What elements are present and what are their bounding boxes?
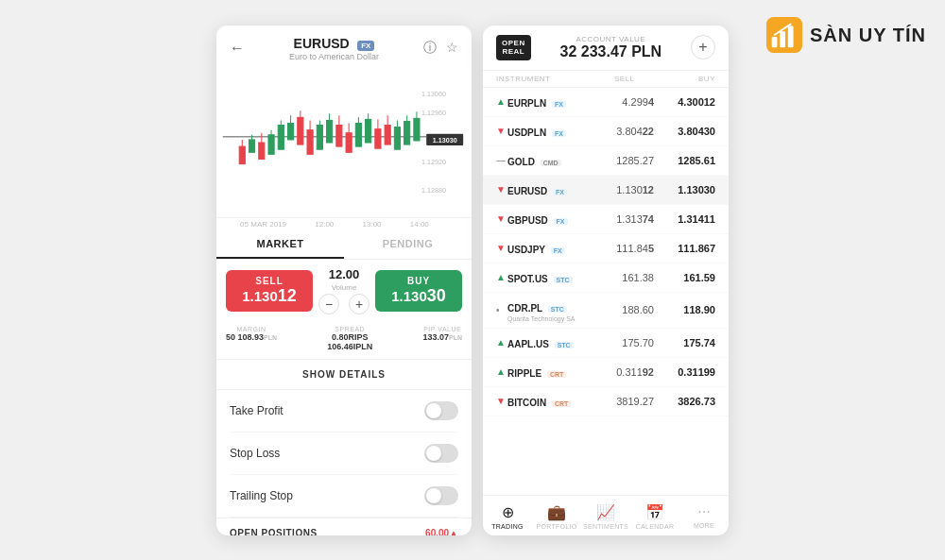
trend-indicator: ▲ [496,272,504,282]
margin-value: 50 108.93PLN [226,332,277,342]
svg-rect-34 [375,128,381,148]
sell-label: SELL [235,276,303,286]
svg-rect-2 [780,31,785,47]
list-item[interactable]: • CDR.PL STC Quanta Technology SA 188.60… [483,293,729,329]
stop-loss-toggle[interactable] [424,444,458,463]
instrument-badge: FX [552,101,566,108]
instrument-badge: CRT [552,400,571,407]
take-profit-toggle[interactable] [424,401,458,420]
account-amount: 32 233.47 PLN [560,43,662,60]
sell-price: 1.31374 [588,213,654,225]
svg-text:1.12960: 1.12960 [421,110,446,117]
sell-price: 0.31192 [588,366,654,378]
pip-label: PIP VALUE [422,326,462,332]
buy-sell-row: SELL 1.13012 12.00 Volume − + [216,260,472,322]
sell-button[interactable]: SELL 1.13012 [226,270,313,312]
list-item[interactable]: ▲ RIPPLE CRT 0.31192 0.31199 [483,358,729,387]
chart-title: EURUSD FX [294,35,375,51]
instrument-name: EURUSD FX [507,186,567,196]
list-item[interactable]: ▼ EURUSD FX 1.13012 1.13030 [483,176,729,205]
list-item[interactable]: ▼ BITCOIN CRT 3819.27 3826.73 [483,387,729,416]
badge-real: REAL [502,47,525,57]
open-positions-bar: OPEN POSITIONS 60.00▲ [216,518,472,535]
spread-label: SPREAD [327,326,372,332]
sell-price: 1285.27 [588,155,654,166]
svg-rect-30 [355,123,361,146]
nav-portfolio[interactable]: 💼 PORTFOLIO [532,501,581,532]
svg-text:1.13060: 1.13060 [421,90,446,97]
nav-portfolio-label: PORTFOLIO [536,523,576,530]
svg-rect-6 [239,146,245,163]
trailing-stop-label: Trailing Stop [230,489,293,502]
trailing-stop-toggle[interactable] [424,486,458,505]
trend-indicator: ▼ [496,184,504,195]
x-label-2: 13:00 [363,220,382,229]
sell-price: 3819.27 [588,396,654,407]
svg-rect-1 [772,37,778,47]
volume-minus-button[interactable]: − [318,294,339,314]
svg-rect-18 [298,117,303,144]
buy-price: 3826.73 [654,396,715,407]
nav-more[interactable]: ··· MORE [679,501,729,532]
svg-rect-26 [336,125,342,146]
buy-price: 3.80430 [654,126,715,137]
info-icon[interactable]: ⓘ [423,40,437,57]
buy-button[interactable]: BUY 1.13030 [375,270,462,312]
margin-label: MARGIN [226,326,277,332]
nav-calendar[interactable]: 📅 CALENDAR [630,501,679,532]
list-item[interactable]: ▼ USDJPY FX 111.845 111.867 [483,234,729,263]
pip-stat: PIP VALUE 133.07PLN [422,326,462,351]
market-tab[interactable]: MARKET [216,230,344,259]
instrument-name: GBPUSD FX [507,215,568,226]
spread-stat: SPREAD 0.80RIPS 106.46IPLN [327,326,372,351]
sell-price: 161.38 [588,272,654,283]
list-item[interactable]: ▲ SPOT.US STC 161.38 161.59 [483,263,729,293]
trend-indicator: • [496,305,504,315]
buy-price: 1285.61 [654,155,715,166]
open-positions-value: 60.00▲ [425,528,458,535]
list-item[interactable]: ▼ GBPUSD FX 1.31374 1.31411 [483,205,729,234]
chart-title-main: EURUSD [294,36,350,51]
chart-header: ← EURUSD FX Euro to American Dollar ⓘ ☆ [216,25,472,67]
pending-tab[interactable]: PENDING [344,230,472,259]
volume-plus-button[interactable]: + [349,294,369,314]
stop-loss-label: Stop Loss [230,447,280,460]
volume-buttons: − + [318,294,369,314]
add-funds-button[interactable]: + [691,35,715,59]
open-real-badge[interactable]: OPEN REAL [496,35,531,60]
nav-sentiments[interactable]: 📈 SENTIMENTS [581,501,630,532]
star-icon[interactable]: ☆ [446,40,458,57]
sell-price: 1.13012 [588,184,654,195]
svg-rect-8 [249,139,254,151]
instrument-badge: FX [554,218,568,225]
take-profit-label: Take Profit [230,404,284,417]
buy-price: 175.74 [654,337,715,348]
nav-trading[interactable]: ⊕ TRADING [483,501,532,532]
portfolio-icon: 💼 [547,503,566,521]
buy-price: 0.31199 [654,366,715,378]
list-item[interactable]: — GOLD CMD 1285.27 1285.61 [483,146,729,176]
sell-price: 4.2994 [588,96,654,108]
instrument-badge: CRT [547,371,566,378]
right-panel: OPEN REAL ACCOUNT VALUE 32 233.47 PLN + … [483,25,729,535]
buy-label: BUY [385,276,453,286]
show-details-button[interactable]: SHOW DETAILS [216,360,472,390]
svg-rect-28 [346,132,352,152]
svg-rect-10 [259,143,265,159]
list-item[interactable]: ▲ AAPL.US STC 175.70 175.74 [483,329,729,358]
back-arrow[interactable]: ← [230,40,245,57]
svg-rect-38 [394,127,400,149]
logo-area: SÀN UY TÍN [766,17,926,53]
volume-control: 12.00 Volume − + [318,267,369,314]
instrument-header: INSTRUMENT SELL BUY [483,71,729,88]
list-item[interactable]: ▲ EURPLN FX 4.2994 4.30012 [483,88,729,117]
open-positions-label: OPEN POSITIONS [230,528,318,535]
chart-subtitle: Euro to American Dollar [289,52,379,61]
stop-loss-row: Stop Loss [230,433,458,475]
chart-icons: ⓘ ☆ [423,40,458,57]
instrument-name: GOLD CMD [507,157,561,167]
list-item[interactable]: ▼ USDPLN FX 3.80422 3.80430 [483,117,729,146]
instrument-name-block: EURPLN FX [507,93,588,110]
instrument-table: INSTRUMENT SELL BUY ▲ EURPLN FX 4.2994 4… [483,71,729,495]
instrument-name-block: USDPLN FX [507,123,588,140]
